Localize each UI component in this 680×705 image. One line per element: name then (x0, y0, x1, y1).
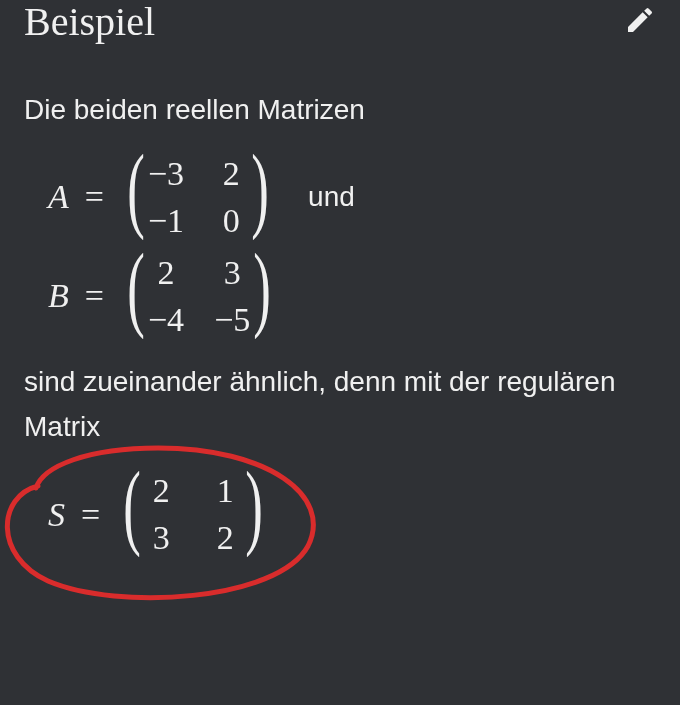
equals: = (75, 496, 106, 533)
section-title: Beispiel (24, 0, 155, 44)
matrix-B: ( 2 3 −4 −5 ) (120, 250, 278, 343)
paren-left: ( (127, 151, 145, 244)
cell: 2 (208, 519, 242, 556)
intro-text: Die beiden reellen Matrizen (24, 88, 656, 133)
paren-right: ) (254, 250, 272, 343)
cell: −5 (214, 301, 250, 338)
pencil-icon[interactable] (624, 4, 656, 40)
paren-right: ) (251, 151, 269, 244)
matrix-S-grid: 2 1 3 2 (136, 468, 250, 561)
matrix-B-grid: 2 3 −4 −5 (140, 250, 258, 343)
paren-left: ( (123, 468, 141, 561)
cell: 2 (144, 472, 178, 509)
matrices-block: A = ( −3 2 −1 0 ) und B = ( 2 3 (24, 151, 656, 343)
matrix-B-row: B = ( 2 3 −4 −5 ) (48, 250, 656, 343)
cell: 0 (214, 202, 248, 239)
mid-text: sind zueinander ähnlich, denn mit der re… (24, 360, 656, 450)
var-B: B (48, 277, 69, 314)
cell: 3 (214, 254, 250, 291)
matrix-A-grid: −3 2 −1 0 (140, 151, 256, 244)
article-section: Beispiel Die beiden reellen Matrizen A =… (0, 0, 680, 595)
matrix-S-row: S = ( 2 1 3 2 ) (48, 468, 656, 561)
paren-left: ( (127, 250, 145, 343)
cell: −4 (148, 301, 184, 338)
equals: = (79, 277, 110, 314)
equals: = (79, 178, 110, 215)
cell: −1 (148, 202, 184, 239)
cell: −3 (148, 155, 184, 192)
matrix-S-block: S = ( 2 1 3 2 ) (24, 468, 656, 561)
var-S: S (48, 496, 65, 533)
cell: 2 (148, 254, 184, 291)
cell: 2 (214, 155, 248, 192)
cell: 1 (208, 472, 242, 509)
matrix-S: ( 2 1 3 2 ) (116, 468, 270, 561)
und-text: und (308, 182, 355, 213)
var-A: A (48, 178, 69, 215)
matrix-A-row: A = ( −3 2 −1 0 ) und (48, 151, 656, 244)
paren-right: ) (245, 468, 263, 561)
matrix-A: ( −3 2 −1 0 ) (120, 151, 276, 244)
cell: 3 (144, 519, 178, 556)
section-header: Beispiel (24, 0, 656, 44)
